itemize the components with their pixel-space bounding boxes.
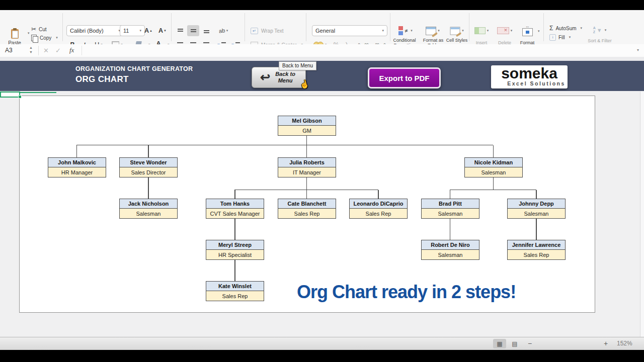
sort-filter-button[interactable]: A Z ▼ ▾ <box>590 24 610 36</box>
org-node[interactable]: Steve Wonder Sales Director <box>119 157 178 177</box>
someka-logo-name: someka <box>491 66 568 81</box>
divider <box>82 46 82 55</box>
az-z: Z <box>593 30 596 34</box>
org-node-name: Julia Roberts <box>278 158 336 167</box>
align-top-button[interactable] <box>174 25 186 36</box>
app-title: ORGANIZATION CHART GENERATOR <box>75 65 193 72</box>
indent-lines <box>235 42 240 43</box>
formula-input[interactable] <box>86 44 634 57</box>
org-connector <box>450 218 451 240</box>
format-cells-dropdown-icon[interactable]: ▾ <box>538 29 540 33</box>
org-connector <box>378 190 379 199</box>
cell-styles-button[interactable]: ▾ <box>448 25 466 36</box>
autosum-button[interactable]: Σ AutoSum ▾ <box>549 24 582 32</box>
org-node[interactable]: Jack Nicholson Salesman <box>119 199 178 219</box>
org-node-name: Robert De Niro <box>422 240 479 250</box>
org-node-name: Cate Blanchett <box>278 199 336 209</box>
column-header-strip <box>0 57 644 61</box>
org-node[interactable]: Johnny Depp Salesman <box>507 199 566 219</box>
org-connector <box>306 177 307 190</box>
org-node[interactable]: Tom Hanks CVT Sales Manager <box>206 199 264 219</box>
zoom-percentage[interactable]: 152% <box>617 340 632 347</box>
align-top-icon <box>178 29 183 30</box>
wrap-text-button[interactable]: ↵ Wrap Text <box>251 26 284 35</box>
align-bottom-button[interactable] <box>200 25 212 36</box>
org-node[interactable]: Cate Blanchett Sales Rep <box>278 199 336 219</box>
org-node[interactable]: Julia Roberts IT Manager <box>278 157 336 177</box>
formula-bar-expand-icon[interactable]: ▾ <box>637 48 639 52</box>
decrease-font-button[interactable]: A ▼ <box>156 25 169 36</box>
ribbon: Paste ▾ ✂ Cut Copy ▾ ✎ Format Calibri (B… <box>0 10 644 45</box>
increase-font-button[interactable]: A ▲ <box>142 25 155 36</box>
org-node[interactable]: Mel Gibson GM <box>278 116 336 136</box>
cancel-button[interactable]: ✕ <box>43 47 49 54</box>
font-family-value: Calibri (Body) <box>70 28 104 34</box>
zoom-in-button[interactable]: + <box>602 339 610 347</box>
scissors-icon: ✂ <box>31 26 36 33</box>
font-shrink-down-icon: ▼ <box>164 29 167 32</box>
zoom-out-button[interactable]: − <box>526 339 534 347</box>
sheet-title: ORG CHART <box>75 74 129 84</box>
ribbon-separator <box>245 13 245 41</box>
fill-button[interactable]: ↓ Fill ▾ <box>549 33 571 41</box>
org-node-title: Sales Rep <box>350 209 407 218</box>
org-node-name: Kate Winslet <box>206 282 264 291</box>
vertical-scrollbar[interactable] <box>640 92 644 337</box>
format-as-table-button[interactable]: ▾ <box>424 25 442 36</box>
cell-styles-label: Cell Styles <box>446 38 468 43</box>
orientation-dropdown-icon: ▾ <box>226 29 228 33</box>
font-size-select[interactable]: 11 ▾ <box>120 25 145 36</box>
number-format-select[interactable]: General ▾ <box>312 25 387 36</box>
delete-cells-button[interactable]: ✕ ▾ <box>496 26 513 35</box>
org-node-title: HR Specialist <box>206 250 264 259</box>
fx-button[interactable]: fx <box>69 46 74 54</box>
org-node[interactable]: Meryl Streep HR Specialist <box>206 240 264 260</box>
org-node[interactable]: Leonardo DiCaprio Sales Rep <box>349 199 408 219</box>
conditional-formatting-button[interactable]: ≠ ▾ <box>395 25 416 36</box>
export-to-pdf-button[interactable]: Export to PDF <box>368 67 441 88</box>
az-a: A <box>593 26 596 30</box>
org-node[interactable]: John Malkovic HR Manager <box>48 157 106 177</box>
indent-lines <box>221 42 226 43</box>
copy-button[interactable]: Copy ▾ <box>31 34 58 42</box>
selected-cell-a3[interactable] <box>0 92 20 98</box>
cell-styles-dropdown-icon: ▾ <box>462 29 464 33</box>
org-node-name: Meryl Streep <box>206 240 264 250</box>
name-box[interactable]: A3 <box>5 47 13 54</box>
number-format-value: General <box>315 28 335 34</box>
sort-filter-dropdown-icon: ▾ <box>605 28 607 32</box>
align-middle-button[interactable] <box>187 25 199 36</box>
align-center-icon <box>190 42 196 43</box>
ribbon-separator <box>171 13 172 41</box>
org-connector <box>234 218 235 240</box>
org-node[interactable]: Robert De Niro Salesman <box>421 240 479 260</box>
org-node-name: Tom Hanks <box>206 199 264 209</box>
orientation-button[interactable]: ab ▾ <box>215 25 231 36</box>
insert-cells-icon <box>474 27 486 34</box>
insert-cells-button[interactable]: ▾ <box>473 26 490 35</box>
org-node[interactable]: Nicole Kidman Salesman <box>464 157 523 177</box>
delete-cells-icon: ✕ <box>497 27 509 34</box>
cut-button[interactable]: ✂ Cut <box>31 25 47 33</box>
org-node[interactable]: Brad Pitt Salesman <box>421 199 479 219</box>
name-box-stepper[interactable]: ▲ ▼ <box>29 45 33 54</box>
copy-dropdown-icon: ▾ <box>56 36 58 40</box>
align-right-icon <box>203 42 209 43</box>
normal-view-button[interactable]: ▦ <box>493 339 506 348</box>
page-layout-view-button[interactable]: ▤ <box>508 339 521 348</box>
org-connector <box>536 218 537 240</box>
status-bar: ▦ ▤ − + 152% <box>0 337 644 350</box>
format-cells-button[interactable]: ↔ <box>518 24 536 36</box>
paste-dropdown-icon[interactable]: ▾ <box>28 31 30 35</box>
divider <box>38 46 39 55</box>
org-node-title: Sales Rep <box>508 250 565 259</box>
enter-button[interactable]: ✓ <box>55 47 61 54</box>
org-node[interactable]: Jennifer Lawrence Sales Rep <box>507 240 566 260</box>
org-connector <box>536 190 537 199</box>
font-family-select[interactable]: Calibri (Body) ▾ <box>66 25 124 36</box>
sort-filter-label: Sort & Filter <box>588 38 612 43</box>
orientation-icon: ab <box>218 27 225 34</box>
org-node[interactable]: Kate Winslet Sales Rep <box>206 281 264 301</box>
selection-fill-handle[interactable] <box>18 95 22 99</box>
org-node-name: Mel Gibson <box>278 116 336 126</box>
